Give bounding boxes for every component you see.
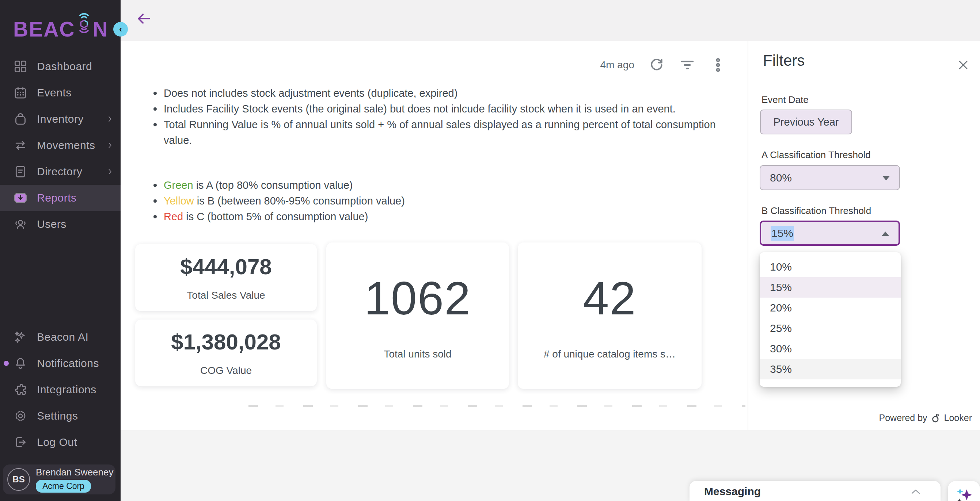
stat-label: Total units sold [384,348,451,360]
legend-color-word: Yellow [164,195,194,207]
chevron-right-icon [106,114,114,124]
sidebar-item-label: Settings [37,410,78,422]
stat-label: COG Value [200,365,252,376]
dropdown-option[interactable]: 25% [760,318,901,339]
logout-icon [13,435,28,450]
sidebar-item-dashboard[interactable]: Dashboard [0,53,121,79]
bell-icon [13,356,28,371]
legend-color-word: Red [164,211,183,222]
stat-card-total-sales: $444,078 Total Sales Value [135,244,317,311]
avatar: BS [7,468,30,491]
note-item: Does not includes stock adjustment event… [153,86,723,101]
user-name: Brendan Sweeney [36,467,113,478]
sidebar-item-users[interactable]: Users [0,211,121,237]
sidebar-item-label: Users [37,218,67,230]
chevron-up-icon[interactable] [911,488,921,495]
messaging-panel[interactable]: Messaging [689,481,940,501]
stat-value: 1062 [364,271,471,325]
b-threshold-select[interactable]: 15% [760,220,900,246]
sidebar-item-label: Integrations [37,384,97,396]
looker-logo-icon [931,413,941,423]
sidebar-collapse-button[interactable]: ‹ [113,22,128,36]
ai-assistant-button[interactable] [948,481,980,501]
sidebar-item-label: Beacon AI [37,331,88,343]
sidebar-item-logout[interactable]: Log Out [0,429,121,455]
topbar [121,0,980,41]
b-threshold-dropdown: 10% 15% 20% 25% 30% 35% [760,252,901,387]
powered-by-looker: Powered by Looker [879,413,972,423]
a-threshold-select[interactable]: 80% [760,165,900,190]
classification-legend: Green is A (top 80% consumption value) Y… [153,178,591,225]
dropdown-option-selected[interactable]: 15% [760,277,901,298]
legend-item-red: Red is C (bottom 5% of consumption value… [153,209,591,225]
sidebar-item-label: Events [37,87,72,99]
sidebar-item-label: Dashboard [37,60,92,73]
note-item: Includes Facility Stock events (the orig… [153,101,723,117]
refresh-icon [648,57,665,73]
dropdown-option[interactable]: 35% [760,359,901,379]
more-options-button[interactable] [710,57,726,73]
powered-by-text: Powered by [879,413,928,423]
notification-dot [4,361,9,366]
beacon-hexagon-icon [76,10,92,48]
sidebar-item-beacon-ai[interactable]: Beacon AI [0,324,121,350]
stat-label: Total Sales Value [187,290,265,301]
filter-button[interactable] [679,57,696,73]
dropdown-option[interactable]: 30% [760,339,901,359]
report-canvas: 4m ago Does not includes stock adjustmen… [121,41,748,430]
sidebar-item-reports[interactable]: Reports [0,185,121,211]
close-filters-button[interactable] [956,58,970,72]
b-threshold-label: B Classification Threshold [762,205,871,217]
app-root: BEAC N Dashboard [0,0,980,501]
stat-value: 42 [583,271,636,325]
legend-item-yellow: Yellow is B (between 80%-95% consumption… [153,193,591,209]
sidebar-item-movements[interactable]: Movements [0,132,121,159]
sidebar-footer: Beacon AI Notifications Integrations S [0,324,121,455]
dropdown-option[interactable]: 10% [760,257,901,277]
calendar-icon [13,86,28,100]
clipped-text-row [248,405,745,407]
looker-brand-text: Looker [944,413,972,423]
stat-value: $1,380,028 [171,329,281,355]
gear-icon [13,409,28,423]
refresh-button[interactable] [648,57,665,73]
sidebar: BEAC N Dashboard [0,0,121,501]
document-icon [13,164,28,179]
stat-card-total-units: 1062 Total units sold [326,243,509,389]
chevron-right-icon [106,141,114,150]
logo-text-suffix: N [93,17,108,41]
sidebar-item-label: Notifications [37,357,99,369]
sidebar-item-notifications[interactable]: Notifications [0,350,121,376]
sidebar-item-inventory[interactable]: Inventory [0,106,121,132]
event-date-value-chip[interactable]: Previous Year [760,109,852,135]
user-card[interactable]: BS Brendan Sweeney Acme Corp [3,465,116,495]
back-arrow-icon [136,11,152,27]
chevron-right-icon [106,167,114,176]
legend-color-word: Green [164,179,193,191]
back-button[interactable] [135,10,153,28]
dropdown-option[interactable]: 20% [760,298,901,318]
stat-value: $444,078 [180,254,272,279]
a-threshold-label: A Classification Threshold [762,149,871,161]
sidebar-item-events[interactable]: Events [0,79,121,106]
logo-text-prefix: BEAC [13,17,75,41]
event-date-label: Event Date [762,94,809,106]
note-item: Total Running Value is % of annual units… [153,117,723,148]
report-toolbar: 4m ago [600,55,726,75]
stat-card-unique-items: 42 # of unique catalog items s… [518,243,702,389]
last-updated-label: 4m ago [600,59,634,71]
beacon-logo: BEAC N [13,10,108,48]
filters-panel: Filters Event Date Previous Year A Class… [748,41,980,430]
kebab-menu-icon [710,57,726,73]
filters-title: Filters [763,52,805,70]
sidebar-item-directory[interactable]: Directory [0,159,121,185]
stat-card-cog-value: $1,380,028 COG Value [135,320,317,386]
transfer-arrows-icon [13,138,28,153]
sparkles-icon [13,330,28,344]
sidebar-item-integrations[interactable]: Integrations [0,376,121,403]
sidebar-item-settings[interactable]: Settings [0,403,121,429]
sidebar-item-label: Log Out [37,436,77,449]
bag-icon [13,112,28,126]
sidebar-nav: Dashboard Events Inventory Movements [0,53,121,237]
sidebar-item-label: Inventory [37,113,84,125]
